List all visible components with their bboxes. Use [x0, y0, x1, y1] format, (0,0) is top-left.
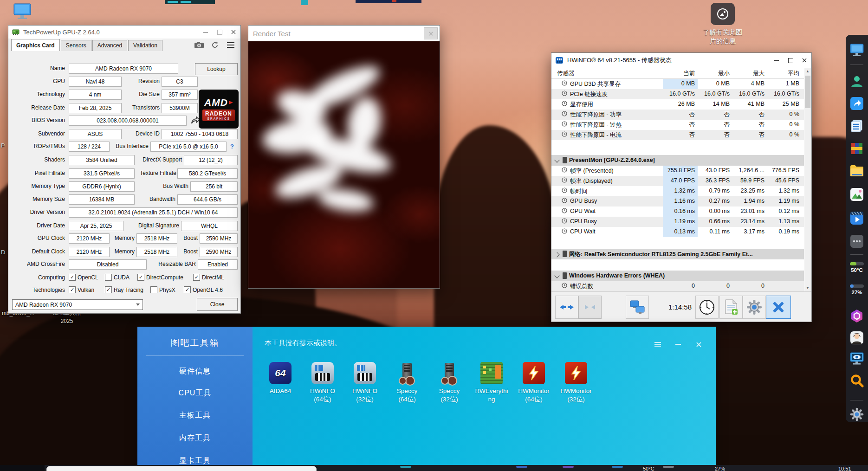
taskbar-app-icon[interactable]: [663, 466, 674, 468]
dock-person-icon[interactable]: [849, 73, 865, 89]
sensor-row[interactable]: 性能下降原因 - 功率否否否0 %: [551, 110, 804, 120]
chevron-right-icon[interactable]: [554, 252, 559, 257]
chevron-down-icon[interactable]: [554, 157, 559, 162]
dock-gauge-27[interactable]: 27%: [850, 284, 864, 295]
scroll-down-icon[interactable]: ▼: [804, 285, 811, 291]
sensor-row[interactable]: 性能下降原因 - 过热否否否0 %: [551, 120, 804, 130]
picture-info-icon[interactable]: [711, 3, 735, 25]
tool-speccy-4[interactable]: Speccy(32位): [429, 362, 470, 404]
tool-hwinfo-2[interactable]: HWiNFO(32位): [344, 362, 385, 404]
dock-gear-icon[interactable]: [849, 406, 865, 422]
chevron-down-icon[interactable]: [554, 273, 559, 278]
learn-about-picture[interactable]: 了解有关此图 片的信息: [695, 3, 751, 45]
close-sensors-button[interactable]: [766, 296, 791, 319]
tool-rweverythi-5[interactable]: RWEverything: [471, 362, 512, 404]
column-min[interactable]: 最小: [698, 68, 732, 78]
sensor-row[interactable]: CPU Wait0.13 ms0.11 ms3.17 ms0.19 ms: [551, 227, 804, 237]
sensor-group-row[interactable]: 网络: RealTek Semiconductor RTL8125 Gaming…: [551, 249, 804, 259]
dock-gauge-50C[interactable]: 50°C: [850, 262, 864, 273]
menu-icon[interactable]: [225, 40, 237, 50]
vulkan-checkbox[interactable]: ✓ Vulkan: [69, 286, 94, 293]
tab-sensors[interactable]: Sensors: [61, 40, 91, 51]
tool-hwinfo-1[interactable]: HWiNFO(64位): [302, 362, 343, 404]
sensor-row[interactable]: 帧时间1.32 ms0.79 ms23.25 ms1.32 ms: [551, 186, 804, 196]
column-max[interactable]: 最大: [732, 68, 767, 78]
taskbar-app-icon[interactable]: [400, 466, 411, 468]
remote-monitoring-button[interactable]: [626, 296, 649, 319]
scrollbar[interactable]: ▲ ▼: [804, 68, 811, 291]
lookup-button[interactable]: Lookup: [195, 63, 238, 75]
tool-aida64-0[interactable]: 64AIDA64: [260, 362, 301, 404]
gpuz-titlebar[interactable]: TechPowerUp GPU-Z 2.64.0: [8, 26, 240, 39]
column-avg[interactable]: 平均: [767, 68, 802, 78]
sidebar-item-memory-tools[interactable]: 内存工具: [137, 433, 253, 443]
refresh-icon[interactable]: [209, 40, 221, 50]
dock-monitor-eye-icon[interactable]: [849, 351, 865, 367]
collapse-columns-button[interactable]: [578, 296, 602, 319]
hwinfo-titlebar[interactable]: HWiNFO® 64 v8.21-5655 - 传感器状态: [551, 53, 811, 68]
help-icon[interactable]: ?: [230, 143, 234, 150]
column-sensor[interactable]: 传感器: [557, 70, 575, 77]
sidebar-item-motherboard-tools[interactable]: 主板工具: [137, 411, 253, 420]
screenshot-camera-icon[interactable]: [193, 40, 205, 50]
dock-search-icon[interactable]: [849, 373, 865, 388]
ray-tracing-checkbox[interactable]: ✓ Ray Tracing: [105, 286, 143, 293]
sensor-row[interactable]: 帧率 (Displayed)47.0 FPS36.3 FPS59.9 FPS45…: [551, 176, 804, 186]
tab-validation[interactable]: Validation: [128, 40, 162, 51]
directcompute-checkbox[interactable]: ✓ DirectCompute: [137, 274, 183, 281]
taskbar-search-input[interactable]: [46, 466, 317, 471]
taskbar-app-icon[interactable]: [516, 466, 527, 468]
dock-more-icon[interactable]: [849, 233, 865, 249]
tab-graphics-card[interactable]: Graphics Card: [11, 39, 60, 51]
taskbar-app-icon[interactable]: [563, 466, 574, 468]
this-pc-icon[interactable]: [12, 1, 32, 24]
dock-avatar-icon[interactable]: [849, 330, 865, 346]
sensor-row[interactable]: 性能下降原因 - 电流否否否0 %: [551, 130, 804, 140]
gpu-select-dropdown[interactable]: AMD Radeon RX 9070: [12, 299, 143, 310]
opengl-checkbox[interactable]: ✓ OpenGL 4.6: [184, 286, 223, 293]
dock-folder-icon[interactable]: [849, 163, 865, 179]
swap-columns-button[interactable]: [555, 296, 578, 319]
settings-gear-button[interactable]: [743, 296, 766, 319]
scroll-thumb[interactable]: [805, 76, 810, 108]
dock-monitor-icon[interactable]: [849, 42, 865, 58]
sensor-row[interactable]: PCIe 链接速度16.0 GT/s16.0 GT/s16.0 GT/s16.0…: [551, 89, 804, 99]
dock-winrar-icon[interactable]: [849, 141, 865, 156]
minimize-icon[interactable]: [199, 26, 213, 39]
dock-hex-icon[interactable]: [849, 308, 865, 324]
dock-photos-icon[interactable]: [849, 187, 865, 202]
tab-advanced[interactable]: Advanced: [92, 40, 127, 51]
sensor-row[interactable]: 帧率 (Presented)755.8 FPS43.0 FPS1,264.6 .…: [551, 166, 804, 176]
sidebar-item-hardware-info[interactable]: 硬件信息: [137, 367, 253, 376]
dock-docs-icon[interactable]: [849, 118, 865, 134]
column-current[interactable]: 当前: [663, 68, 698, 78]
directml-checkbox[interactable]: ✓ DirectML: [193, 274, 224, 281]
sensor-row[interactable]: GPU Busy1.16 ms0.27 ms1.94 ms1.19 ms: [551, 196, 804, 206]
dock-video-icon[interactable]: [849, 210, 865, 226]
minimize-icon[interactable]: [770, 53, 784, 68]
tool-hwmonitor-6[interactable]: HWMonitor(64位): [513, 362, 554, 404]
sensor-row[interactable]: CPU Busy1.19 ms0.66 ms23.14 ms1.13 ms: [551, 217, 804, 227]
close-icon[interactable]: [227, 26, 240, 39]
tool-speccy-3[interactable]: Speccy(64位): [387, 362, 428, 404]
sensor-group-row[interactable]: PresentMon [GPU-Z.2.64.0.exe]: [551, 155, 804, 166]
sensor-row[interactable]: 显存使用26 MB14 MB41 MB25 MB: [551, 99, 804, 110]
taskbar-clock[interactable]: 10:51: [838, 466, 851, 471]
maximize-icon[interactable]: [213, 26, 227, 39]
close-button[interactable]: Close: [197, 298, 238, 311]
dock-shortcut-icon[interactable]: [849, 96, 865, 111]
close-icon[interactable]: [424, 27, 438, 39]
physx-checkbox[interactable]: PhysX: [150, 286, 175, 293]
cuda-checkbox[interactable]: CUDA: [105, 274, 130, 281]
report-button[interactable]: [719, 296, 743, 319]
tool-hwmonitor-7[interactable]: HWMonitor(32位): [556, 362, 596, 404]
sensor-row[interactable]: GPU Wait0.16 ms0.00 ms23.01 ms0.12 ms: [551, 206, 804, 217]
taskbar-app-icon[interactable]: [612, 466, 623, 468]
close-icon[interactable]: [797, 53, 811, 68]
opencl-checkbox[interactable]: ✓ OpenCL: [69, 274, 98, 281]
sidebar-item-cpu-tools[interactable]: CPU工具: [137, 388, 253, 398]
sensor-row[interactable]: GPU D3D 共享显存0 MB0 MB4 MB1 MB: [551, 79, 804, 89]
sensor-group-row[interactable]: Windows Hardware Errors (WHEA): [551, 271, 804, 281]
scroll-up-icon[interactable]: ▲: [804, 68, 811, 75]
sensor-row[interactable]: 错误总数000: [551, 281, 804, 291]
